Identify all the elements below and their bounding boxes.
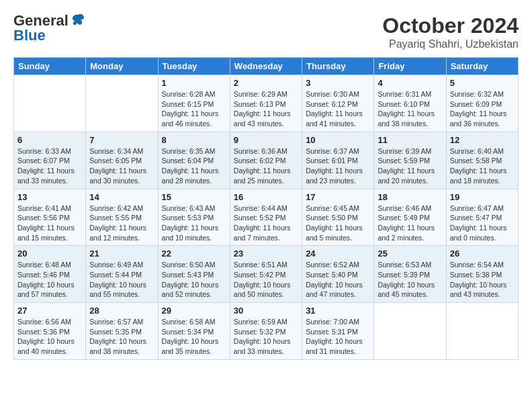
day-info: Sunrise: 6:32 AMSunset: 6:09 PMDaylight:… [450, 89, 515, 129]
day-number: 15 [162, 192, 226, 202]
day-of-week-header: Wednesday [230, 58, 302, 75]
calendar-cell: 3Sunrise: 6:30 AMSunset: 6:12 PMDaylight… [302, 75, 374, 132]
day-number: 7 [89, 135, 154, 145]
calendar-cell: 31Sunrise: 7:00 AMSunset: 5:31 PMDayligh… [302, 303, 374, 360]
day-of-week-header: Thursday [302, 58, 374, 75]
day-info: Sunrise: 6:45 AMSunset: 5:50 PMDaylight:… [306, 203, 370, 243]
title-area: October 2024 Payariq Shahri, Uzbekistan [382, 13, 519, 50]
calendar-cell: 24Sunrise: 6:52 AMSunset: 5:40 PMDayligh… [302, 246, 374, 303]
day-info: Sunrise: 6:34 AMSunset: 6:05 PMDaylight:… [89, 146, 154, 186]
calendar-cell: 30Sunrise: 6:59 AMSunset: 5:32 PMDayligh… [230, 303, 302, 360]
month-title: October 2024 [382, 13, 519, 38]
day-number: 16 [234, 192, 298, 202]
calendar-week-row: 6Sunrise: 6:33 AMSunset: 6:07 PMDaylight… [14, 132, 519, 189]
day-number: 19 [450, 192, 515, 202]
calendar-cell: 13Sunrise: 6:41 AMSunset: 5:56 PMDayligh… [14, 189, 86, 246]
day-number: 25 [378, 248, 442, 259]
location-title: Payariq Shahri, Uzbekistan [382, 38, 519, 50]
calendar-cell: 26Sunrise: 6:54 AMSunset: 5:38 PMDayligh… [446, 246, 518, 303]
calendar-cell: 17Sunrise: 6:45 AMSunset: 5:50 PMDayligh… [302, 189, 374, 246]
day-number: 29 [162, 306, 226, 316]
calendar-cell: 23Sunrise: 6:51 AMSunset: 5:42 PMDayligh… [230, 246, 302, 303]
day-number: 21 [89, 248, 154, 259]
calendar-cell: 12Sunrise: 6:40 AMSunset: 5:58 PMDayligh… [446, 132, 518, 189]
day-info: Sunrise: 6:46 AMSunset: 5:49 PMDaylight:… [378, 203, 442, 243]
day-number: 2 [234, 78, 298, 88]
day-info: Sunrise: 6:53 AMSunset: 5:39 PMDaylight:… [378, 260, 442, 300]
day-info: Sunrise: 6:33 AMSunset: 6:07 PMDaylight:… [17, 146, 82, 186]
day-info: Sunrise: 6:30 AMSunset: 6:12 PMDaylight:… [306, 89, 370, 129]
header: General Blue October 2024 Payariq Shahri… [13, 13, 519, 50]
day-number: 18 [378, 192, 442, 202]
day-info: Sunrise: 6:37 AMSunset: 6:01 PMDaylight:… [306, 146, 370, 186]
day-info: Sunrise: 6:48 AMSunset: 5:46 PMDaylight:… [17, 260, 82, 300]
calendar-cell: 18Sunrise: 6:46 AMSunset: 5:49 PMDayligh… [374, 189, 446, 246]
day-of-week-header: Sunday [14, 58, 86, 75]
day-info: Sunrise: 6:51 AMSunset: 5:42 PMDaylight:… [234, 260, 298, 300]
day-of-week-header: Monday [86, 58, 158, 75]
calendar-week-row: 13Sunrise: 6:41 AMSunset: 5:56 PMDayligh… [14, 189, 519, 246]
day-number: 14 [89, 192, 154, 202]
day-of-week-header: Friday [374, 58, 446, 75]
day-info: Sunrise: 6:56 AMSunset: 5:36 PMDaylight:… [17, 317, 82, 357]
calendar-cell: 19Sunrise: 6:47 AMSunset: 5:47 PMDayligh… [446, 189, 518, 246]
calendar-cell: 16Sunrise: 6:44 AMSunset: 5:52 PMDayligh… [230, 189, 302, 246]
calendar-week-row: 27Sunrise: 6:56 AMSunset: 5:36 PMDayligh… [14, 303, 519, 360]
day-info: Sunrise: 6:35 AMSunset: 6:04 PMDaylight:… [162, 146, 226, 186]
calendar-cell: 21Sunrise: 6:49 AMSunset: 5:44 PMDayligh… [86, 246, 158, 303]
logo-blue-text: Blue [13, 28, 46, 43]
day-number: 4 [378, 78, 442, 88]
day-number: 8 [162, 135, 226, 145]
calendar-cell: 27Sunrise: 6:56 AMSunset: 5:36 PMDayligh… [14, 303, 86, 360]
calendar-week-row: 20Sunrise: 6:48 AMSunset: 5:46 PMDayligh… [14, 246, 519, 303]
calendar-cell [446, 303, 518, 360]
calendar-cell: 11Sunrise: 6:39 AMSunset: 5:59 PMDayligh… [374, 132, 446, 189]
day-info: Sunrise: 6:49 AMSunset: 5:44 PMDaylight:… [89, 260, 154, 300]
day-number: 10 [306, 135, 370, 145]
calendar-cell: 25Sunrise: 6:53 AMSunset: 5:39 PMDayligh… [374, 246, 446, 303]
day-info: Sunrise: 6:54 AMSunset: 5:38 PMDaylight:… [450, 260, 515, 300]
day-number: 17 [306, 192, 370, 202]
calendar-cell: 20Sunrise: 6:48 AMSunset: 5:46 PMDayligh… [14, 246, 86, 303]
day-number: 20 [17, 248, 82, 259]
day-number: 3 [306, 78, 370, 88]
calendar-cell: 1Sunrise: 6:28 AMSunset: 6:15 PMDaylight… [158, 75, 230, 132]
day-number: 28 [89, 306, 154, 316]
day-info: Sunrise: 6:28 AMSunset: 6:15 PMDaylight:… [162, 89, 226, 129]
day-info: Sunrise: 6:42 AMSunset: 5:55 PMDaylight:… [89, 203, 154, 243]
day-number: 5 [450, 78, 515, 88]
day-number: 22 [162, 248, 226, 259]
calendar-cell [374, 303, 446, 360]
calendar-week-row: 1Sunrise: 6:28 AMSunset: 6:15 PMDaylight… [14, 75, 519, 132]
day-info: Sunrise: 6:44 AMSunset: 5:52 PMDaylight:… [234, 203, 298, 243]
day-info: Sunrise: 6:47 AMSunset: 5:47 PMDaylight:… [450, 203, 515, 243]
logo-bird-icon [71, 12, 85, 27]
calendar-cell: 15Sunrise: 6:43 AMSunset: 5:53 PMDayligh… [158, 189, 230, 246]
calendar-header-row: SundayMondayTuesdayWednesdayThursdayFrid… [14, 58, 519, 75]
day-number: 9 [234, 135, 298, 145]
day-number: 6 [17, 135, 82, 145]
day-info: Sunrise: 6:39 AMSunset: 5:59 PMDaylight:… [378, 146, 442, 186]
day-number: 24 [306, 248, 370, 259]
day-info: Sunrise: 6:57 AMSunset: 5:35 PMDaylight:… [89, 317, 154, 357]
day-number: 1 [162, 78, 226, 88]
day-number: 26 [450, 248, 515, 259]
calendar-cell: 2Sunrise: 6:29 AMSunset: 6:13 PMDaylight… [230, 75, 302, 132]
calendar-cell: 22Sunrise: 6:50 AMSunset: 5:43 PMDayligh… [158, 246, 230, 303]
calendar-cell: 8Sunrise: 6:35 AMSunset: 6:04 PMDaylight… [158, 132, 230, 189]
calendar-cell: 10Sunrise: 6:37 AMSunset: 6:01 PMDayligh… [302, 132, 374, 189]
calendar-cell: 4Sunrise: 6:31 AMSunset: 6:10 PMDaylight… [374, 75, 446, 132]
logo: General Blue [13, 13, 85, 43]
day-info: Sunrise: 6:52 AMSunset: 5:40 PMDaylight:… [306, 260, 370, 300]
calendar-cell: 5Sunrise: 6:32 AMSunset: 6:09 PMDaylight… [446, 75, 518, 132]
day-number: 30 [234, 306, 298, 316]
calendar-cell: 29Sunrise: 6:58 AMSunset: 5:34 PMDayligh… [158, 303, 230, 360]
day-info: Sunrise: 6:58 AMSunset: 5:34 PMDaylight:… [162, 317, 226, 357]
day-info: Sunrise: 6:41 AMSunset: 5:56 PMDaylight:… [17, 203, 82, 243]
day-info: Sunrise: 6:29 AMSunset: 6:13 PMDaylight:… [234, 89, 298, 129]
day-info: Sunrise: 6:36 AMSunset: 6:02 PMDaylight:… [234, 146, 298, 186]
day-number: 31 [306, 306, 370, 316]
day-info: Sunrise: 6:59 AMSunset: 5:32 PMDaylight:… [234, 317, 298, 357]
day-info: Sunrise: 6:50 AMSunset: 5:43 PMDaylight:… [162, 260, 226, 300]
day-number: 27 [17, 306, 82, 316]
